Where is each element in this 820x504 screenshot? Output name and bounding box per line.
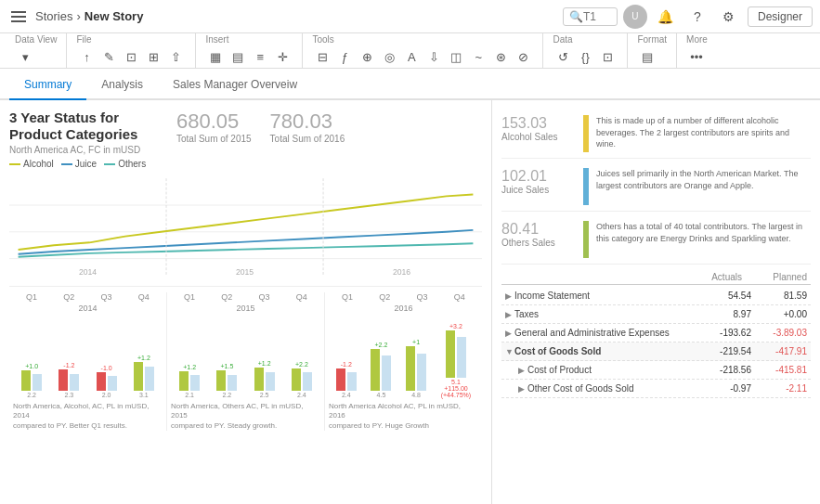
- bar-actual-q3-2014: [97, 372, 106, 391]
- legend: Alcohol Juice Others: [9, 159, 158, 169]
- toolbar-more-label: More: [686, 34, 708, 45]
- search-box[interactable]: 🔍: [563, 7, 618, 26]
- tb-ins3[interactable]: ≡: [250, 46, 270, 67]
- kpi-others-desc: Others has a total of 40 total contribut…: [596, 221, 811, 244]
- row-actuals-other-cogs: -0.97: [696, 383, 751, 394]
- tb-link[interactable]: ⊛: [490, 46, 511, 67]
- bar-q4-2014: +1.2 3.1: [134, 355, 154, 398]
- tb-down[interactable]: ⇩: [423, 46, 444, 67]
- tb-format1[interactable]: ▤: [637, 46, 657, 67]
- bar-plan-q1-2016: [347, 372, 357, 391]
- tb-panel[interactable]: ◫: [446, 46, 466, 67]
- chart-title: 3 Year Status for Product Categories: [9, 110, 158, 143]
- tab-analysis[interactable]: Analysis: [86, 71, 158, 100]
- breadcrumb-stories[interactable]: Stories: [35, 9, 72, 23]
- tb-file1[interactable]: ✎: [98, 46, 119, 67]
- bar-q3-2014: -1.0 2.0: [97, 365, 117, 398]
- toolbar-insert-label: Insert: [205, 34, 228, 45]
- metric-2015: 680.05 Total Sum of 2015: [176, 110, 252, 144]
- metric-2016-value: 780.03: [270, 110, 345, 134]
- quarter-labels-2015: Q1 Q2 Q3 Q4: [171, 292, 320, 302]
- bar-actual-q1-2014: [21, 370, 31, 391]
- row-planned-other-cogs: -2.11: [751, 383, 807, 394]
- tb-ins1[interactable]: ▦: [205, 46, 226, 67]
- main-content: 3 Year Status for Product Categories Nor…: [0, 100, 820, 504]
- row-planned-taxes: +0.00: [751, 309, 807, 319]
- row-actuals-income: 54.54: [696, 291, 751, 301]
- row-label-other-cogs: Other Cost of Goods Sold: [527, 383, 696, 394]
- tb-file3[interactable]: ⊞: [143, 46, 163, 67]
- col-header-planned: Planned: [751, 272, 807, 282]
- tb-undo[interactable]: ↑: [76, 46, 97, 67]
- toolbar-format-label: Format: [637, 34, 667, 45]
- legend-alcohol-label: Alcohol: [23, 159, 54, 169]
- tb-lock[interactable]: ⊘: [513, 46, 533, 67]
- kpi-juice-label: Juice Sales: [501, 185, 576, 195]
- expand-ga[interactable]: ▶: [505, 329, 514, 338]
- bar-actual-q3-2016: [406, 346, 415, 391]
- tb-calc[interactable]: ⊕: [357, 46, 377, 67]
- tb-target[interactable]: ◎: [379, 46, 399, 67]
- legend-alcohol: Alcohol: [9, 159, 54, 169]
- bar-actual-q4-2015: [292, 368, 301, 391]
- tb-more[interactable]: •••: [686, 46, 707, 67]
- bar-charts-row: Q1 Q2 Q3 Q4 2014 +1.0 2.2: [9, 286, 482, 431]
- menu-button[interactable]: [7, 7, 30, 26]
- bar-plan-q3-2016: [417, 354, 426, 391]
- quarter-labels-2016: Q1 Q2 Q3 Q4: [329, 292, 478, 302]
- tb-data1[interactable]: {}: [575, 46, 595, 67]
- bar-q1-2016: -1.2 2.4: [336, 361, 357, 398]
- line-chart-area: 2014 2015 2016: [9, 176, 482, 278]
- search-icon: 🔍: [569, 10, 583, 23]
- line-chart: 2014 2015 2016: [9, 176, 482, 278]
- notification-icon[interactable]: 🔔: [653, 4, 679, 30]
- kpi-others-value-block: 80.41 Others Sales: [501, 221, 576, 248]
- legend-others-dot: [104, 163, 115, 165]
- tab-summary[interactable]: Summary: [9, 71, 86, 100]
- svg-rect-0: [9, 178, 482, 277]
- bar-pair-q1-2014: [21, 370, 42, 391]
- help-icon[interactable]: ?: [684, 4, 710, 30]
- bar-plan-q4-2016: [457, 337, 466, 378]
- expand-income[interactable]: ▶: [505, 291, 514, 301]
- search-input[interactable]: [583, 10, 611, 23]
- kpi-alcohol-value-block: 153.03 Alcohol Sales: [501, 115, 576, 142]
- bar-plan-q3-2015: [266, 372, 275, 391]
- tb-ins2[interactable]: ▤: [228, 46, 248, 67]
- tb-formula[interactable]: ƒ: [334, 46, 355, 67]
- expand-cogs[interactable]: ▼: [505, 347, 514, 356]
- bar-pair-q4-2014: [134, 362, 154, 391]
- toolbar-insert: Insert ▦ ▤ ≡ ✛: [196, 33, 303, 68]
- tb-wave[interactable]: ~: [468, 46, 488, 67]
- kpi-cards: 153.03 Alcohol Sales This is made up of …: [501, 110, 811, 265]
- expand-taxes[interactable]: ▶: [505, 310, 514, 319]
- tb-text[interactable]: A: [401, 46, 422, 67]
- bar-chart-inner-2014: +1.0 2.2 -1.2 2.3: [13, 315, 163, 398]
- toolbar-dataview-label: Data View: [15, 34, 57, 45]
- expand-cop[interactable]: ▶: [518, 366, 527, 375]
- kpi-others-bar: [583, 221, 589, 258]
- tb-filter[interactable]: ⊟: [312, 46, 332, 67]
- settings-icon[interactable]: ⚙: [716, 4, 742, 30]
- bar-actual-q1-2015: [179, 371, 189, 391]
- table-row-other-cogs: ▶ Other Cost of Goods Sold -0.97 -2.11: [501, 380, 811, 398]
- row-planned-cop: -415.81: [751, 365, 807, 375]
- designer-button[interactable]: Designer: [748, 6, 813, 27]
- row-label-income: Income Statement: [514, 291, 696, 301]
- dataview-toggle[interactable]: ▾: [15, 46, 35, 67]
- tb-ins4[interactable]: ✛: [272, 46, 293, 67]
- tb-refresh[interactable]: ↺: [553, 46, 573, 67]
- toolbar-more: More •••: [677, 33, 717, 68]
- tb-data2[interactable]: ⊡: [597, 46, 618, 67]
- breadcrumb-current: New Story: [85, 9, 144, 23]
- bar-chart-2015: Q1 Q2 Q3 Q4 2015 +1.2 2.1: [167, 292, 325, 431]
- tb-file2[interactable]: ⊡: [121, 46, 141, 67]
- toolbar-file: File ↑ ✎ ⊡ ⊞ ⇧: [67, 33, 196, 68]
- kpi-juice-desc: Juices sell primarily in the North Ameri…: [596, 168, 811, 191]
- bar-plan-q4-2014: [145, 367, 154, 391]
- top-bar: Stories › New Story 🔍 U 🔔 ? ⚙ Designer: [0, 0, 820, 33]
- expand-other-cogs[interactable]: ▶: [518, 384, 527, 394]
- legend-alcohol-dot: [9, 163, 20, 165]
- tb-share[interactable]: ⇧: [165, 46, 186, 67]
- tab-sales-manager[interactable]: Sales Manager Overveiw: [158, 71, 312, 100]
